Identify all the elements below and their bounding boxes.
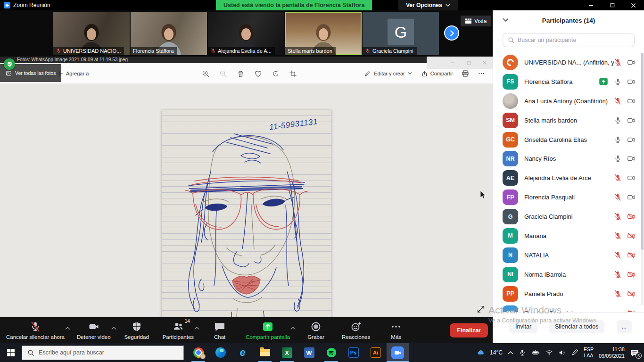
toolbar-chat[interactable]: Chat	[200, 317, 239, 343]
view-options-button[interactable]: Ver Opciones	[398, 0, 458, 10]
video-thumbnail[interactable]: UNIVERSIDAD NACIO...	[53, 12, 130, 55]
weather-cloud-icon[interactable]	[477, 349, 485, 356]
video-thumbnail[interactable]: Alejandra Evelia de A...	[208, 12, 284, 55]
participants-panel: Participantes (14) UNIVERSIDAD NA... (An…	[493, 10, 644, 343]
taskbar-app-illustrator[interactable]: Ai	[364, 343, 387, 362]
photos-maximize-button[interactable]	[461, 57, 477, 69]
participant-row[interactable]: FSFlorencia Stáffora	[493, 72, 641, 91]
taskbar-search-input[interactable]	[39, 349, 178, 356]
taskbar-app-edge[interactable]	[209, 343, 231, 362]
taskbar-app-file-explorer[interactable]	[254, 343, 276, 362]
photo-canvas: 11-59931131	[0, 84, 493, 317]
favorite-icon[interactable]	[254, 70, 262, 78]
add-to-button[interactable]: Agregar a	[57, 63, 89, 84]
end-meeting-button[interactable]: Finalizar	[450, 323, 488, 337]
footer-more-button[interactable]: ...	[617, 320, 632, 333]
screen-sharing-badge-icon	[599, 78, 608, 85]
photos-close-button[interactable]	[477, 57, 493, 69]
zoom-in-icon[interactable]	[202, 70, 210, 78]
participant-search-input[interactable]	[518, 37, 629, 43]
language-top: ESP	[584, 346, 594, 353]
chevron-up-icon[interactable]	[65, 323, 70, 327]
participant-row[interactable]: NRNancy Ríos	[493, 149, 641, 168]
chevron-up-icon[interactable]	[111, 323, 116, 327]
toolbar-mic-off[interactable]: Cancelar silenciar ahora	[0, 317, 71, 343]
taskbar-app-chrome[interactable]	[187, 343, 209, 362]
participant-row[interactable]: GCGriselda Carolina Elías	[493, 130, 641, 149]
clock[interactable]: 11:38 09/09/2021	[599, 346, 625, 360]
video-thumbnail[interactable]: GGraciela Ciampini	[363, 12, 439, 55]
participant-row[interactable]: MMariana	[493, 226, 641, 246]
participant-row[interactable]: SMStella maris bardon	[493, 111, 641, 130]
toolbar-people[interactable]: 14Participantes	[157, 317, 200, 343]
participant-row[interactable]: PPPamela Prado	[493, 284, 641, 304]
tray-microphone-icon[interactable]	[519, 349, 526, 356]
mic-muted-icon	[614, 251, 622, 259]
toolbar-record[interactable]: Grabar	[296, 317, 336, 343]
camera-on-icon	[627, 78, 635, 86]
chevron-up-icon[interactable]	[194, 323, 199, 327]
toolbar-camera[interactable]: Detener video	[71, 317, 117, 343]
toolbar-shield[interactable]: Seguridad	[117, 317, 157, 343]
avatar: NR	[503, 151, 518, 166]
spotify-icon	[326, 347, 337, 358]
video-thumbnail[interactable]: Florencia Stáffora	[131, 12, 207, 55]
video-thumbnail[interactable]: Stella maris bardon	[285, 12, 362, 55]
participants-count-badge: 14	[185, 319, 190, 324]
start-button[interactable]	[0, 343, 22, 362]
battery-icon[interactable]	[531, 349, 540, 356]
participant-row[interactable]: NINorma IBarrola	[493, 265, 641, 284]
close-button[interactable]	[623, 0, 644, 10]
participant-row[interactable]: NNATALIA	[493, 246, 641, 265]
next-participants-page-button[interactable]	[444, 25, 459, 41]
fullscreen-expand-button[interactable]	[477, 305, 485, 313]
muted-mic-icon	[56, 48, 61, 54]
maximize-button[interactable]	[602, 0, 623, 10]
participant-row[interactable]: GGraciela Ciampini	[493, 207, 641, 226]
window-title: Zoom Reunión	[13, 2, 50, 8]
participant-row[interactable]: AEAlejandra Evelia de Arce	[493, 168, 641, 188]
reactions-icon	[350, 321, 362, 332]
view-mode-button[interactable]: Vista	[461, 16, 491, 26]
mute-all-button[interactable]: Silenciar a todos	[549, 320, 604, 333]
crop-icon[interactable]	[289, 70, 297, 78]
participants-scrollbar[interactable]	[641, 53, 644, 305]
toolbar-more[interactable]: Más	[376, 317, 416, 343]
more-options-button[interactable]	[478, 70, 485, 77]
pen-icon[interactable]	[571, 349, 578, 356]
invite-button[interactable]: Invitar	[509, 320, 537, 333]
edit-create-button[interactable]: Editar y crear	[364, 70, 412, 77]
toolbar-reactions[interactable]: Reacciones	[336, 317, 376, 343]
collapse-panel-chevron-icon[interactable]	[503, 18, 509, 22]
participant-name: Pamela Prado	[524, 290, 614, 297]
chevron-right-icon	[449, 30, 455, 36]
taskbar-app-word[interactable]: W	[298, 343, 320, 362]
language-indicator[interactable]: ESP LAA	[584, 346, 594, 359]
participant-row[interactable]: Ana Lucía Antony (Coanfitrión)	[493, 91, 641, 111]
delete-icon[interactable]	[237, 70, 245, 78]
taskbar-app-photoshop[interactable]: Ps	[342, 343, 364, 362]
participant-row[interactable]: FPFlorencia Pasquali	[493, 188, 641, 207]
chevron-up-icon[interactable]	[290, 323, 296, 327]
tray-chevron-up-icon[interactable]	[508, 349, 513, 356]
taskbar-app-zoom[interactable]	[387, 343, 409, 362]
share-button[interactable]: Compartir	[421, 70, 453, 77]
wifi-icon[interactable]	[545, 349, 553, 356]
taskbar-app-excel[interactable]: X	[276, 343, 298, 362]
avatar: SM	[503, 113, 518, 128]
taskbar-app-spotify[interactable]	[320, 343, 342, 362]
taskbar-app-internet-explorer[interactable]: e	[231, 343, 254, 362]
notification-center-button[interactable]: 5	[630, 348, 639, 357]
rotate-icon[interactable]	[272, 70, 280, 78]
volume-icon[interactable]	[558, 349, 566, 356]
temperature-label[interactable]: 14°C	[490, 349, 503, 356]
participant-row[interactable]: GCGraciela Ciampini	[493, 304, 641, 312]
search-icon	[508, 37, 514, 43]
participant-row[interactable]: UNIVERSIDAD NA... (Anfitrión, yo)	[493, 53, 641, 72]
minimize-button[interactable]	[580, 0, 602, 10]
participant-name: Graciela Ciampini	[524, 213, 614, 220]
photos-minimize-button[interactable]	[445, 57, 461, 69]
taskbar-search	[22, 346, 184, 360]
print-button[interactable]	[462, 70, 469, 77]
toolbar-share-screen[interactable]: Compartir pantalla	[239, 317, 296, 343]
